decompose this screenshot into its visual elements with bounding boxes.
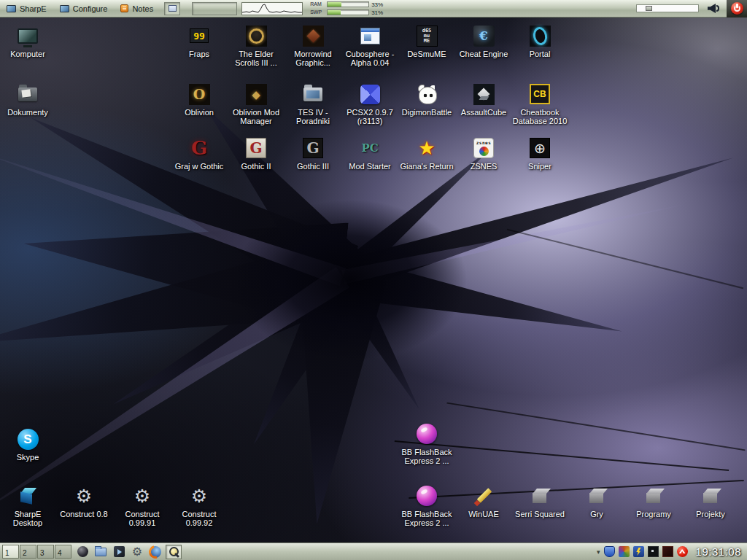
desktop-icon-digimonbattle[interactable]: DigimonBattle bbox=[399, 82, 454, 117]
portal-icon bbox=[527, 23, 552, 48]
icon-label: Cheatbook Database 2010 bbox=[512, 108, 568, 125]
desktop-icon-sniper[interactable]: ⊕ Sniper bbox=[512, 136, 568, 171]
volume-slider-thumb[interactable] bbox=[646, 6, 652, 11]
gear-glyph: ⚙ bbox=[134, 487, 150, 505]
desktop-icon-construct-09992[interactable]: ⚙ Construct 0.99.92 bbox=[171, 483, 227, 527]
quicklaunch-explorer-button[interactable] bbox=[93, 545, 109, 559]
tray-black-app-icon[interactable] bbox=[648, 546, 659, 557]
pcsx2-icon bbox=[357, 82, 382, 106]
desktop-icon-gry[interactable]: Gry bbox=[569, 483, 624, 518]
morrowind-graphic-icon bbox=[301, 23, 325, 48]
icon-label: PCSX2 0.9.7 (r3113) bbox=[342, 108, 398, 125]
gear-glyph: ⚙ bbox=[76, 487, 92, 505]
workspace-button-2[interactable]: 2 bbox=[20, 545, 36, 559]
desktop-icon-portal[interactable]: Portal bbox=[512, 23, 568, 58]
workspace-button-4[interactable]: 4 bbox=[55, 545, 71, 559]
desktop-icon-gianas-return[interactable]: ★ Giana's Return bbox=[399, 136, 454, 171]
tray-shield-icon[interactable] bbox=[604, 546, 615, 557]
desktop-icon-projekty[interactable]: Projekty bbox=[683, 483, 738, 518]
desktop-icon-pcsx2[interactable]: PCSX2 0.9.7 (r3113) bbox=[342, 82, 398, 125]
power-button[interactable] bbox=[727, 0, 747, 18]
desktop-icon-tes4-poradniki[interactable]: TES IV - Poradniki bbox=[285, 82, 341, 125]
desktop-icon-komputer[interactable]: Komputer bbox=[0, 23, 55, 58]
icon-label: Fraps bbox=[189, 50, 209, 58]
serri-squared-icon bbox=[527, 483, 552, 508]
desktop-icon-bb-flashback-1[interactable]: BB FlashBack Express 2 ... bbox=[399, 421, 454, 465]
tray-avira-icon[interactable] bbox=[677, 546, 688, 557]
desktop-icon-desmume[interactable]: d65 mu ME DeSmuME bbox=[399, 23, 454, 58]
clock[interactable]: 19:31:08 bbox=[696, 545, 741, 558]
ram-meter-row: RAM 33% bbox=[310, 1, 383, 8]
desktop-icon-programy[interactable]: Programy bbox=[626, 483, 681, 518]
icon-label: Mod Starter bbox=[349, 162, 390, 171]
ram-value: 33% bbox=[371, 1, 383, 8]
gothic-3-icon: G bbox=[301, 136, 325, 160]
desktop-icon-assaultcube[interactable]: AssaultCube bbox=[456, 82, 511, 117]
desktop-icon-morrowind-graphic[interactable]: Morrowind Graphic... bbox=[285, 23, 341, 67]
desktop: Komputer Dokumenty 99 Fraps The Elder Sc… bbox=[0, 18, 747, 542]
notes-button[interactable]: Notes bbox=[114, 0, 160, 17]
skype-glyph: S bbox=[23, 433, 31, 446]
desktop-icon-serri-squared[interactable]: Serri Squared bbox=[512, 483, 568, 518]
quicklaunch-orb-button[interactable] bbox=[74, 545, 90, 559]
cpu-graph bbox=[241, 2, 303, 15]
desktop-icon-oblivion-mod-manager[interactable]: ◆ Oblivion Mod Manager bbox=[228, 82, 284, 125]
desktop-icon-gothic-2[interactable]: G Gothic II bbox=[228, 136, 284, 171]
desktop-icon-cubosphere[interactable]: Cubosphere - Alpha 0.04 bbox=[342, 23, 398, 67]
desmume-icon: d65 mu ME bbox=[414, 23, 439, 48]
desktop-icon-construct-08[interactable]: ⚙ Construct 0.8 bbox=[56, 483, 112, 518]
desktop-icon-zsnes[interactable]: zsnes ZSNES bbox=[456, 136, 511, 171]
quicklaunch-media-button[interactable] bbox=[111, 545, 127, 559]
configure-button[interactable]: Configure bbox=[53, 0, 115, 17]
icon-label: Skype bbox=[17, 453, 39, 462]
quicklaunch-firefox-button[interactable] bbox=[147, 545, 163, 559]
desktop-icon-skype[interactable]: S Skype bbox=[0, 427, 55, 462]
gothic-2-icon: G bbox=[244, 136, 268, 160]
desktop-icon-fraps[interactable]: 99 Fraps bbox=[171, 23, 227, 58]
quicklaunch-construct-button[interactable]: ⚙ bbox=[129, 545, 145, 559]
icon-label: Gothic III bbox=[297, 162, 329, 171]
swp-meter-row: SWP 31% bbox=[310, 9, 383, 16]
quicklaunch-search-button[interactable] bbox=[166, 545, 182, 559]
desktop-icon-construct-09991[interactable]: ⚙ Construct 0.99.91 bbox=[115, 483, 170, 527]
icon-label: TES IV - Poradniki bbox=[285, 108, 341, 125]
skype-icon: S bbox=[15, 427, 40, 451]
ram-meter-fill bbox=[328, 2, 341, 7]
desktop-icon-mod-starter[interactable]: PC Mod Starter bbox=[342, 136, 398, 171]
icon-label: Giana's Return bbox=[400, 162, 453, 171]
desktop-icon-dokumenty[interactable]: Dokumenty bbox=[0, 82, 55, 117]
volume-slider[interactable] bbox=[636, 4, 699, 12]
workspace-button-1[interactable]: 1 bbox=[2, 545, 19, 559]
desktop-icon-cheatbook-database[interactable]: CB Cheatbook Database 2010 bbox=[512, 82, 568, 125]
desktop-icon-graj-w-gothic[interactable]: G Graj w Gothic bbox=[171, 136, 227, 171]
desktop-icon-winuae[interactable]: WinUAE bbox=[456, 483, 511, 518]
icon-label: DeSmuME bbox=[407, 50, 446, 58]
komputer-icon bbox=[15, 23, 40, 48]
desktop-icon-cheat-engine[interactable]: € Cheat Engine bbox=[456, 23, 511, 58]
programy-folder-icon bbox=[641, 483, 666, 508]
tray-slot[interactable] bbox=[164, 2, 180, 15]
desktop-icon-gothic-3[interactable]: G Gothic III bbox=[285, 136, 341, 171]
tray-palette-icon[interactable] bbox=[619, 546, 630, 557]
speaker-icon[interactable] bbox=[708, 4, 719, 13]
notes-icon bbox=[120, 4, 128, 12]
desktop-icon-bb-flashback-2[interactable]: BB FlashBack Express 2 ... bbox=[399, 483, 454, 527]
tray-darkred-app-icon[interactable] bbox=[662, 546, 673, 557]
swp-value: 31% bbox=[371, 9, 383, 16]
digimonbattle-icon bbox=[414, 82, 439, 106]
swp-meter bbox=[327, 9, 369, 15]
construct-gear-icon: ⚙ bbox=[132, 546, 142, 558]
workspace-button-3[interactable]: 3 bbox=[37, 545, 54, 559]
desktop-icon-oblivion[interactable]: O Oblivion bbox=[171, 82, 227, 117]
ram-label: RAM bbox=[310, 1, 325, 7]
power-icon bbox=[731, 2, 743, 15]
sharpe-menu-button[interactable]: SharpE bbox=[0, 0, 53, 17]
desktop-icon-elder-scrolls-3[interactable]: The Elder Scrolls III ... bbox=[228, 23, 284, 67]
fraps-glyph: 99 bbox=[193, 31, 205, 41]
desktop-icon-sharpe-desktop[interactable]: SharpE Desktop bbox=[0, 483, 55, 527]
gothic-glyph: G bbox=[191, 139, 207, 158]
tray-chevron-icon[interactable] bbox=[597, 548, 600, 556]
bb-flashback-icon bbox=[414, 421, 439, 446]
icon-label: Gry bbox=[590, 510, 603, 518]
tray-lightning-icon[interactable] bbox=[633, 546, 644, 557]
